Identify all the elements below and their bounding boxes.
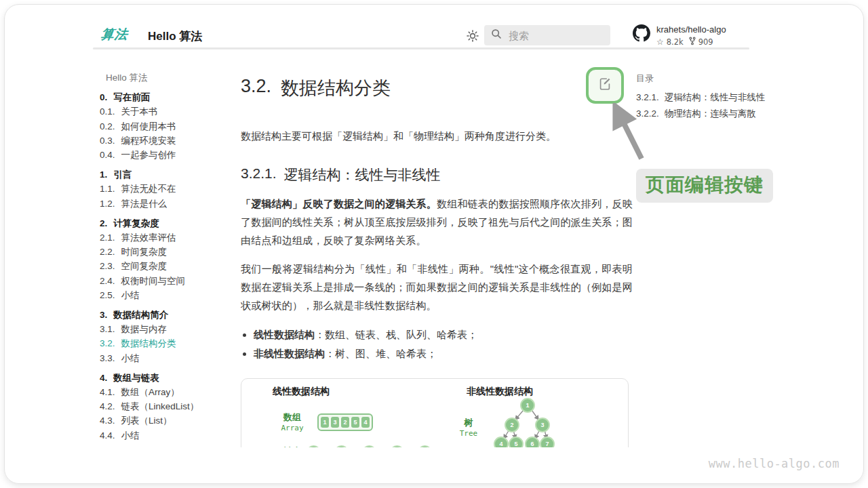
fork-icon	[689, 37, 696, 47]
screenshot-root: 算法 Hello 算法	[0, 0, 868, 488]
tree-node: 2	[505, 418, 519, 432]
linked-list-node: 3	[334, 445, 349, 447]
theme-toggle-button[interactable]	[465, 28, 480, 43]
tree-node: 4	[494, 436, 509, 447]
site-title[interactable]: Hello 算法	[148, 28, 202, 44]
toc-title: 目录	[636, 72, 765, 85]
page-title: 3.2. 数据结构分类	[241, 76, 633, 100]
bullet-item: 非线性数据结构：树、图、堆、哈希表；	[254, 344, 633, 363]
toc-item[interactable]: 3.2.1. 逻辑结构：线性与非线性	[636, 89, 765, 106]
page-title-number: 3.2.	[241, 76, 271, 100]
sidebar-item[interactable]: 2.5. 小结	[100, 288, 232, 302]
linked-list-node: 2	[362, 445, 376, 447]
data-structures-figure: 线性数据结构 非线性数据结构 数组 Array 13254 链表 Linked …	[241, 378, 629, 447]
sidebar-item[interactable]: 2.2. 时间复杂度	[100, 245, 232, 259]
sidebar-item[interactable]: 3.3. 小结	[100, 351, 232, 365]
sidebar-item-label: 数组与链表	[113, 371, 159, 385]
sidebar-item-label: 小结	[121, 288, 140, 302]
sun-icon	[465, 34, 480, 45]
sidebar-item-number: 2.4.	[100, 274, 115, 288]
sidebar-item[interactable]: 3.1. 数据与内存	[100, 322, 232, 336]
sidebar-item-number: 3.1.	[100, 322, 115, 336]
sidebar-item-number: 3.	[100, 308, 107, 322]
toc-list: 3.2.1. 逻辑结构：线性与非线性 3.2.2. 物理结构：连续与离散	[636, 89, 765, 122]
site-logo[interactable]: 算法	[100, 26, 130, 43]
sidebar-item[interactable]: 3.2. 数据结构分类	[100, 336, 232, 350]
page-edit-button[interactable]	[586, 67, 624, 104]
bullet-rest: ：树、图、堆、哈希表；	[325, 348, 437, 359]
linked-list-node: 5	[390, 445, 404, 447]
docs-viewport: 算法 Hello 算法	[0, 0, 868, 447]
linked-list-node: 4	[418, 445, 432, 447]
sidebar-item-label: 数组（Array）	[121, 385, 180, 399]
sidebar-item-label: 时间复杂度	[121, 245, 167, 259]
sidebar-item-number: 0.2.	[100, 119, 115, 134]
sidebar-item[interactable]: Hello 算法	[100, 70, 232, 85]
bullet-rest: ：数组、链表、栈、队列、哈希表；	[315, 329, 477, 340]
search-icon	[491, 28, 502, 42]
sidebar-item[interactable]: 0.3. 编程环境安装	[100, 134, 232, 148]
search-box[interactable]	[484, 25, 610, 45]
sidebar-item[interactable]: 4.2. 链表（LinkedList）	[100, 399, 232, 413]
sidebar-item-label: 链表（LinkedList）	[121, 399, 199, 413]
array-cell: 5	[351, 417, 359, 428]
sidebar-item[interactable]: 4.4. 小结	[100, 428, 232, 443]
sidebar-item[interactable]: 0.1. 关于本书	[100, 104, 232, 119]
tree-node: 6	[525, 436, 540, 447]
array-cell: 1	[321, 417, 329, 428]
sidebar-item-number: 3.3.	[100, 351, 115, 365]
sidebar-item-number: 0.3.	[100, 134, 115, 148]
sidebar-item[interactable]: 4.3. 列表（List）	[100, 413, 232, 428]
linked-list-diagram: 13254	[307, 445, 432, 447]
tree-diagram: 1234567	[494, 396, 561, 447]
tree-label: 树	[448, 417, 489, 429]
sidebar-item-label: 算法是什么	[121, 197, 167, 211]
sidebar-item-number: 0.4.	[100, 148, 115, 162]
sidebar-item-label: 写在前面	[113, 90, 150, 104]
sidebar-nav: Hello 算法 0. 写在前面 0.1. 关于本书 0.2. 如何使用本书	[100, 70, 232, 443]
sidebar-item[interactable]: 2.3. 空间复杂度	[100, 259, 232, 273]
github-repo-link[interactable]: krahets/hello-algo 8.2k 909	[633, 24, 726, 47]
intro-paragraph: 数据结构主要可根据「逻辑结构」和「物理结构」两种角度进行分类。	[241, 127, 633, 144]
sidebar-item[interactable]: 2.4. 权衡时间与空间	[100, 274, 232, 288]
sidebar-item-number: 2.5.	[100, 288, 115, 302]
array-label-en: Array	[262, 424, 323, 432]
sidebar-item[interactable]: 1.2. 算法是什么	[100, 197, 232, 211]
sidebar-item-number: 3.2.	[100, 336, 115, 350]
github-icon	[633, 24, 650, 45]
sidebar-item[interactable]: 4.1. 数组（Array）	[100, 385, 232, 399]
bullet-bold: 非线性数据结构	[254, 348, 325, 359]
sidebar-item[interactable]: 3. 数据结构简介	[100, 308, 232, 322]
sidebar-item-label: 数据结构简介	[113, 308, 168, 322]
sidebar-item-number: 0.1.	[100, 104, 115, 119]
section-heading-text: 逻辑结构：线性与非线性	[284, 165, 441, 184]
sidebar-item[interactable]: 0. 写在前面	[100, 90, 232, 104]
sidebar-item[interactable]: 2. 计算复杂度	[100, 216, 232, 230]
sidebar-item-number: 2.1.	[100, 230, 115, 245]
body-paragraph-2: 我们一般将逻辑结构分为「线性」和「非线性」两种。"线性"这个概念很直观，即表明数…	[241, 260, 633, 314]
bold-lead: 「逻辑结构」反映了数据之间的逻辑关系。	[241, 198, 437, 209]
section-heading: 3.2.1. 逻辑结构：线性与非线性	[241, 165, 633, 184]
page-title-text: 数据结构分类	[281, 76, 391, 100]
sidebar-item[interactable]: 1.1. 算法无处不在	[100, 182, 232, 196]
site-watermark: www.hello-algo.com	[709, 457, 840, 470]
sidebar-item[interactable]: 2.1. 算法效率评估	[100, 230, 232, 245]
toc-item[interactable]: 3.2.2. 物理结构：连续与离散	[636, 106, 765, 122]
sidebar-item-label: 如何使用本书	[121, 119, 176, 134]
array-label: 数组	[262, 411, 323, 424]
repo-stats: 8.2k 909	[656, 37, 726, 47]
array-cell: 2	[341, 417, 349, 428]
sidebar-item-label: 列表（List）	[121, 413, 172, 428]
search-input[interactable]	[507, 29, 598, 42]
sidebar-item-label: 一起参与创作	[121, 148, 176, 162]
sidebar-item[interactable]: 0.2. 如何使用本书	[100, 119, 232, 134]
sidebar-item-label: 权衡时间与空间	[121, 274, 186, 288]
sidebar-item-number: 2.2.	[100, 245, 115, 259]
sidebar-item[interactable]: 0.4. 一起参与创作	[100, 148, 232, 162]
sidebar-item-label: 关于本书	[121, 104, 158, 119]
sidebar-item-number: 4.4.	[100, 428, 115, 443]
tree-label-en: Tree	[448, 429, 489, 438]
sidebar-item[interactable]: 1. 引言	[100, 167, 232, 182]
sidebar-item[interactable]: 4. 数组与链表	[100, 371, 232, 385]
toc-item-label: 物理结构：连续与离散	[665, 106, 756, 122]
